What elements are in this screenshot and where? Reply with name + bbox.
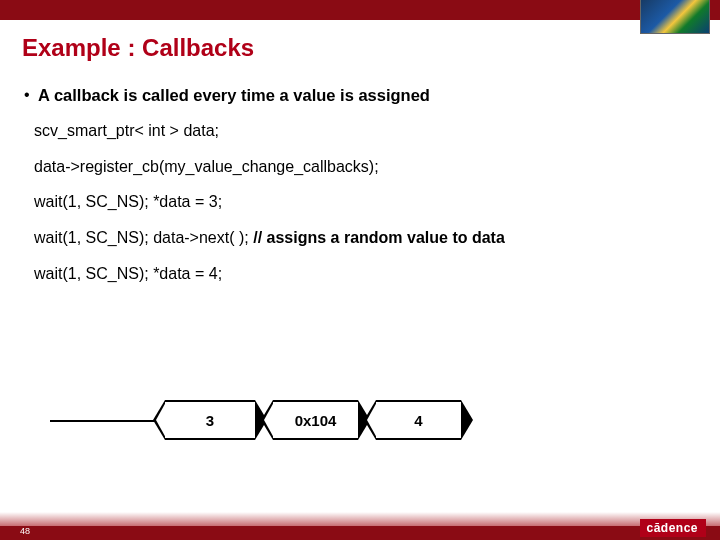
code-line-4-code: wait(1, SC_NS); data->next( ); <box>34 229 253 246</box>
waveform-diagram: 3 0x104 4 <box>50 400 570 450</box>
code-line-4: wait(1, SC_NS); data->next( ); // assign… <box>34 227 696 249</box>
wave-value-1: 3 <box>206 412 214 429</box>
wave-value-3: 4 <box>414 412 422 429</box>
bullet-marker: • <box>24 84 38 106</box>
page-number: 48 <box>20 526 30 536</box>
brand-logo: cādence <box>640 519 706 537</box>
header-bar <box>0 0 720 20</box>
footer-gradient <box>0 512 720 526</box>
slide-title: Example : Callbacks <box>22 34 720 62</box>
code-line-5: wait(1, SC_NS); *data = 4; <box>34 263 696 285</box>
footer-bar <box>0 526 720 540</box>
code-line-4-comment: // assigns a random value to data <box>253 229 505 246</box>
wave-cells: 3 0x104 4 <box>165 400 479 440</box>
wave-lead-line <box>50 420 165 422</box>
code-line-2: data->register_cb(my_value_change_callba… <box>34 156 696 178</box>
slide-body: • A callback is called every time a valu… <box>24 84 696 284</box>
bullet-item: • A callback is called every time a valu… <box>24 84 696 106</box>
wave-cell-1: 3 <box>165 400 255 440</box>
code-line-3: wait(1, SC_NS); *data = 3; <box>34 191 696 213</box>
corner-logo-image <box>640 0 710 34</box>
wave-cell-2: 0x104 <box>273 400 358 440</box>
wave-value-2: 0x104 <box>295 412 337 429</box>
code-line-1: scv_smart_ptr< int > data; <box>34 120 696 142</box>
wave-cell-3: 4 <box>376 400 461 440</box>
bullet-text: A callback is called every time a value … <box>38 84 430 106</box>
